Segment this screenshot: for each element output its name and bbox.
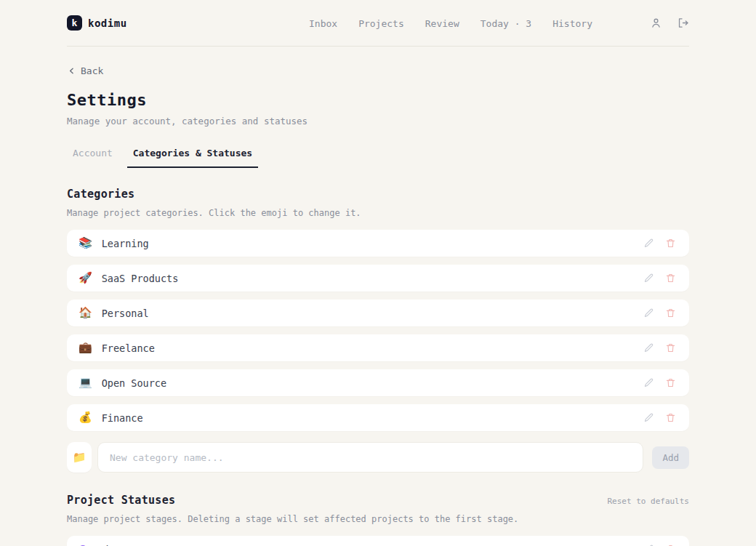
- tab-account[interactable]: Account: [67, 148, 118, 168]
- category-emoji-button[interactable]: 💼: [79, 342, 92, 353]
- category-name: Personal: [102, 308, 149, 319]
- categories-section: Categories Manage project categories. Cl…: [67, 188, 689, 473]
- category-name: Open Source: [102, 377, 166, 389]
- edit-category-button[interactable]: [643, 377, 654, 388]
- category-name: Finance: [102, 412, 143, 424]
- nav-review[interactable]: Review: [425, 18, 459, 29]
- categories-description: Manage project categories. Click the emo…: [67, 208, 689, 218]
- category-name: SaaS Products: [102, 273, 179, 284]
- category-emoji-button[interactable]: 💰: [79, 412, 92, 423]
- category-name: Learning: [102, 238, 149, 249]
- category-name: Freelance: [102, 342, 155, 354]
- top-nav-bar: k kodimu Inbox Projects Review Today · 3…: [67, 0, 689, 47]
- delete-category-button[interactable]: [665, 273, 676, 284]
- trash-icon: [665, 273, 676, 284]
- tab-categories-statuses[interactable]: Categories & Statuses: [127, 148, 258, 168]
- category-list: 📚 Learning 🚀 SaaS Products: [67, 230, 689, 431]
- category-row: 📚 Learning: [67, 230, 689, 257]
- page-title: Settings: [67, 91, 689, 109]
- category-row: 💻 Open Source: [67, 369, 689, 396]
- category-emoji-button[interactable]: 🚀: [79, 273, 92, 284]
- kodimu-logo-icon: k: [67, 15, 82, 31]
- category-emoji-button[interactable]: 💻: [79, 377, 92, 388]
- nav-inbox[interactable]: Inbox: [309, 18, 337, 29]
- edit-category-button[interactable]: [643, 412, 654, 423]
- category-emoji-button[interactable]: 📚: [79, 238, 92, 249]
- add-category-button[interactable]: Add: [652, 446, 689, 469]
- reset-to-defaults-button[interactable]: Reset to defaults: [607, 497, 689, 506]
- chevron-left-icon: [67, 66, 76, 76]
- delete-category-button[interactable]: [665, 412, 676, 423]
- edit-category-button[interactable]: [643, 308, 654, 318]
- main-nav: Inbox Projects Review Today · 3 History: [309, 0, 592, 47]
- trash-icon: [665, 412, 676, 423]
- delete-category-button[interactable]: [665, 238, 676, 249]
- project-statuses-section: Project Statuses Reset to defaults Manag…: [67, 494, 689, 546]
- category-row: 🏠 Personal: [67, 300, 689, 326]
- delete-category-button[interactable]: [665, 308, 676, 318]
- new-category-emoji-button[interactable]: 📁: [67, 442, 92, 473]
- edit-category-button[interactable]: [643, 342, 654, 353]
- category-row: 💼 Freelance: [67, 334, 689, 361]
- pencil-icon: [643, 238, 654, 249]
- logout-icon[interactable]: [677, 17, 689, 29]
- new-category-form: 📁 Add: [67, 442, 689, 473]
- pencil-icon: [643, 308, 654, 318]
- trash-icon: [665, 342, 676, 353]
- user-icon[interactable]: [650, 17, 662, 29]
- back-label: Back: [81, 65, 103, 76]
- delete-category-button[interactable]: [665, 377, 676, 388]
- nav-history[interactable]: History: [552, 18, 592, 29]
- category-emoji-button[interactable]: 🏠: [79, 308, 92, 318]
- category-row: 🚀 SaaS Products: [67, 265, 689, 292]
- pencil-icon: [643, 342, 654, 353]
- trash-icon: [665, 377, 676, 388]
- edit-category-button[interactable]: [643, 238, 654, 249]
- new-category-input[interactable]: [97, 442, 643, 473]
- brand[interactable]: k kodimu: [67, 15, 127, 31]
- back-button[interactable]: Back: [67, 65, 103, 76]
- page-subtitle: Manage your account, categories and stat…: [67, 116, 689, 127]
- trash-icon: [665, 238, 676, 249]
- categories-title: Categories: [67, 188, 689, 201]
- nav-today[interactable]: Today · 3: [480, 18, 531, 29]
- pencil-icon: [643, 377, 654, 388]
- status-list: Idea: [67, 536, 689, 546]
- category-row: 💰 Finance: [67, 404, 689, 431]
- nav-projects[interactable]: Projects: [358, 18, 404, 29]
- statuses-description: Manage project stages. Deleting a stage …: [67, 514, 689, 524]
- pencil-icon: [643, 412, 654, 423]
- trash-icon: [665, 308, 676, 318]
- edit-category-button[interactable]: [643, 273, 654, 284]
- brand-name: kodimu: [88, 17, 127, 29]
- delete-category-button[interactable]: [665, 342, 676, 353]
- settings-tabs: Account Categories & Statuses: [67, 148, 689, 168]
- status-row: Idea: [67, 536, 689, 546]
- statuses-title: Project Statuses: [67, 494, 175, 507]
- pencil-icon: [643, 273, 654, 284]
- status-name: Idea: [97, 544, 121, 546]
